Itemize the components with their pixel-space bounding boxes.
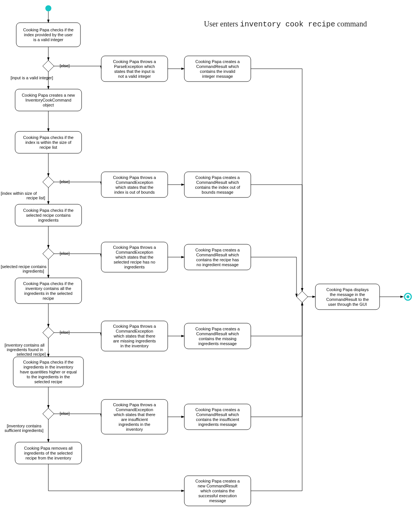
action-node: Cooking Papa creates aCommandResult whic… (184, 56, 251, 82)
action-node: Cooking Papa creates anew CommandResultw… (184, 476, 251, 506)
action-text: CommandResult which (196, 253, 239, 257)
action-text: message (209, 498, 226, 503)
guard-label: sufficient ingredients] (5, 428, 43, 433)
action-text: ingredients message (198, 341, 237, 346)
action-text: have quantities higher or equal (20, 370, 77, 374)
action-text: CommandResult which (196, 412, 239, 417)
action-text: contains the insufficient (196, 417, 239, 422)
action-text: is a valid integer (33, 37, 63, 42)
action-text: successful execution (198, 493, 237, 498)
action-node: Cooking Papa throws aCommandExceptionwhi… (101, 172, 168, 197)
action-text: the message in the (330, 292, 365, 297)
action-node: Cooking Papa checks if theingredients in… (13, 357, 83, 387)
flow-edge (251, 302, 302, 417)
action-text: Cooking Papa checks if the (23, 28, 73, 32)
action-text: recipe (43, 296, 54, 301)
action-text: inventory contains all the (25, 286, 71, 291)
guard-label: ingredients] (23, 269, 44, 273)
guard-label: recipe list] (26, 196, 45, 200)
end-node-inner (406, 295, 409, 298)
decision-node (43, 60, 54, 72)
action-text: ingredients (38, 218, 59, 222)
action-node: Cooking Papa checks if theinventory cont… (15, 278, 82, 304)
guard-label: ingredients found in (7, 347, 43, 352)
action-text: no ingredient message (196, 262, 238, 267)
action-text: Cooking Papa checks if the (23, 208, 73, 213)
action-node: Cooking Papa throws aParseException whic… (101, 56, 168, 82)
action-text: CommandResult which (196, 331, 239, 336)
start-node (45, 5, 51, 11)
action-text: Cooking Papa removes all (24, 446, 73, 450)
action-text: Cooking Papa throws a (113, 402, 156, 407)
action-text: CommandException (116, 180, 153, 185)
action-text: which states that the (115, 185, 153, 190)
action-node: Cooking Papa removes allingredients of t… (15, 442, 82, 464)
guard-label: [else] (60, 251, 69, 256)
action-node: Cooking Papa throws aCommandExceptionwhi… (101, 399, 168, 434)
action-text: ParseException which (114, 64, 155, 69)
action-text: user through the GUI (328, 302, 367, 307)
flow-edge (251, 257, 296, 297)
guard-label: [inventory contains all (5, 343, 45, 347)
decision-node (43, 248, 54, 259)
action-text: recipe list (40, 145, 57, 150)
action-text: Cooking Papa checks if the (23, 360, 73, 364)
action-text: Cooking Papa creates a (195, 248, 240, 252)
action-text: InventoryCookCommand (25, 98, 71, 102)
action-text: Cooking Papa throws a (113, 175, 156, 180)
decision-node (43, 327, 54, 338)
action-text: inventory (126, 427, 143, 432)
action-text: CommandException (116, 329, 153, 333)
action-text: CommandResult which (196, 180, 239, 185)
action-text: index is out of bounds (114, 190, 155, 194)
guard-label: [input is a valid integer] (11, 76, 53, 80)
action-text: ingredients of the selected (24, 451, 73, 455)
action-text: new CommandResult (198, 484, 237, 488)
guard-label: [selected recipe contains (1, 264, 47, 269)
decision-node (296, 291, 308, 302)
action-text: CommandException (116, 407, 153, 412)
action-text: Cooking Papa throws a (113, 59, 156, 64)
action-text: Cooking Papa creates a (195, 327, 240, 331)
action-text: which states that there (113, 334, 155, 338)
flow-edge (251, 185, 302, 291)
action-text: contains the recipe has (196, 257, 239, 262)
action-text: are insufficient (121, 417, 148, 422)
flow-edge (48, 464, 184, 491)
action-node: Cooking Papa throws aCommandExceptionwhi… (101, 321, 168, 351)
action-text: to the ingredients in the (27, 375, 70, 379)
guard-label: [else] (60, 330, 69, 335)
decision-node (43, 408, 54, 419)
decision-node (43, 176, 54, 188)
flow-edge (251, 302, 302, 336)
action-text: selected recipe has no (114, 260, 155, 264)
action-text: CommandResult which (196, 64, 239, 69)
action-text: ingredients in the inventory (23, 365, 73, 369)
action-text: contains the invalid (200, 69, 235, 74)
action-text: in the inventory (120, 344, 149, 348)
action-node: Cooking Papa creates aCommandResult whic… (184, 244, 251, 270)
guard-label: [else] (60, 411, 69, 416)
action-node: Cooking Papa displaysthe message in theC… (315, 284, 380, 310)
action-text: which contains the (200, 489, 235, 493)
action-text: Cooking Papa checks if the (23, 135, 73, 140)
action-text: contains the index out of (195, 185, 240, 190)
flow-edge (251, 69, 302, 291)
action-text: ingredients in the (119, 422, 150, 427)
guard-label: [index within size of (1, 191, 37, 196)
activity-diagram: User enters inventory cook recipe comman… (0, 0, 420, 518)
action-text: which states that there (113, 412, 155, 417)
action-text: recipe from the inventory (25, 456, 71, 460)
action-text: contains the missing (199, 336, 236, 341)
action-text: Cooking Papa creates a (195, 479, 240, 483)
action-text: ingredients in the selected (24, 291, 73, 296)
action-text: Cooking Papa creates a (195, 175, 240, 180)
action-text: ingredients (124, 265, 145, 269)
diagram-title: User enters inventory cook recipe comman… (204, 20, 367, 29)
action-text: integer message (202, 74, 233, 79)
action-node: Cooking Papa creates aCommandResult whic… (184, 323, 251, 349)
action-text: are missing ingredients (113, 339, 156, 343)
action-node: Cooking Papa checks if theindex is withi… (15, 131, 82, 153)
action-text: selected recipe contains (26, 213, 71, 217)
action-node: Cooking Papa throws aCommandExceptionwhi… (101, 242, 168, 272)
